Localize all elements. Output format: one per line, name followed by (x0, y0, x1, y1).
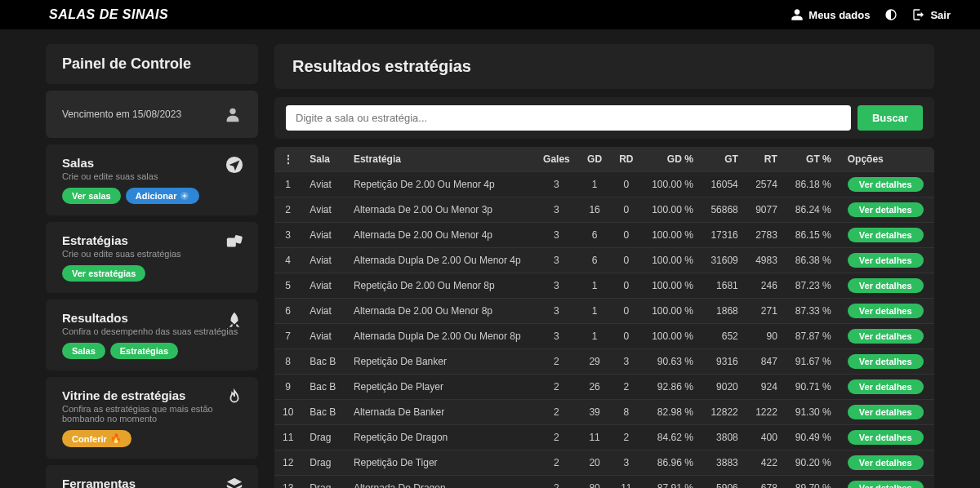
cell-rd: 0 (611, 324, 642, 349)
cell-gales: 2 (534, 476, 578, 489)
ver-detalhes-button[interactable]: Ver detalhes (848, 481, 924, 488)
cell-idx: 6 (274, 299, 301, 324)
cell-gt: 12822 (702, 400, 746, 425)
table-row: 12 Drag Repetição De Tiger 2 20 3 86.96 … (274, 450, 934, 476)
cell-gtp: 90.20 % (786, 450, 840, 476)
ver-detalhes-button[interactable]: Ver detalhes (848, 379, 924, 394)
table-row: 3 Aviat Alternada De 2.00 Ou Menor 4p 3 … (274, 223, 934, 248)
resultados-salas-button[interactable]: Salas (62, 343, 105, 359)
rocket-icon (225, 311, 243, 329)
cell-idx: 4 (274, 248, 301, 273)
adicionar-sala-button[interactable]: Adicionar (126, 188, 200, 204)
ver-detalhes-button[interactable]: Ver detalhes (848, 354, 924, 369)
ver-detalhes-button[interactable]: Ver detalhes (848, 405, 924, 419)
ver-detalhes-button[interactable]: Ver detalhes (848, 228, 924, 242)
cell-gales: 3 (534, 324, 578, 349)
cell-rd: 0 (611, 223, 642, 248)
ver-detalhes-button[interactable]: Ver detalhes (848, 202, 924, 217)
cell-gdp: 100.00 % (642, 248, 702, 273)
cell-idx: 8 (274, 349, 301, 375)
resultados-desc: Confira o desempenho das suas estratégia… (62, 326, 242, 336)
cell-gt: 3883 (702, 450, 746, 476)
search-button[interactable]: Buscar (858, 105, 923, 131)
ver-detalhes-button[interactable]: Ver detalhes (848, 329, 924, 344)
cell-rd: 0 (611, 248, 642, 273)
cell-rt: 1222 (746, 400, 786, 425)
table-row: 7 Aviat Alternada Dupla De 2.00 Ou Menor… (274, 324, 934, 349)
cell-estrategia: Alternada De Dragon (345, 476, 534, 489)
cell-gd: 16 (579, 197, 611, 223)
cell-options: Ver detalhes (840, 425, 934, 450)
cell-gd: 29 (579, 349, 611, 375)
ver-salas-button[interactable]: Ver salas (62, 188, 121, 204)
cell-sala: Bac B (301, 400, 345, 425)
col-menu[interactable]: ⋮ (274, 147, 301, 172)
cell-gd: 1 (579, 324, 611, 349)
table-row: 6 Aviat Alternada De 2.00 Ou Menor 8p 3 … (274, 299, 934, 324)
cell-options: Ver detalhes (840, 375, 934, 400)
cell-rt: 678 (746, 476, 786, 489)
table-row: 10 Bac B Alternada De Banker 2 39 8 82.9… (274, 400, 934, 425)
ver-estrategias-button[interactable]: Ver estratégias (62, 265, 145, 282)
panel-title: Painel de Controle (62, 55, 242, 73)
topbar: SALAS DE SINAIS Meus dados Sair (0, 0, 980, 29)
col-gt: GT (702, 147, 746, 172)
brand-logo: SALAS DE SINAIS (49, 7, 168, 22)
cell-idx: 11 (274, 425, 301, 450)
cell-sala: Drag (301, 450, 345, 476)
cell-rt: 2574 (746, 172, 786, 197)
cell-estrategia: Repetição De 2.00 Ou Menor 8p (345, 273, 534, 299)
cell-gdp: 100.00 % (642, 299, 702, 324)
ferramentas-title: Ferramentas (62, 477, 242, 488)
cell-options: Ver detalhes (840, 172, 934, 197)
cell-rd: 0 (611, 299, 642, 324)
cell-idx: 9 (274, 375, 301, 400)
my-data-link[interactable]: Meus dados (791, 8, 870, 21)
cell-gdp: 82.98 % (642, 400, 702, 425)
cell-gd: 6 (579, 223, 611, 248)
cell-rd: 2 (611, 375, 642, 400)
ver-detalhes-button[interactable]: Ver detalhes (848, 430, 924, 445)
cell-rt: 90 (746, 324, 786, 349)
cell-gdp: 100.00 % (642, 197, 702, 223)
cell-gales: 3 (534, 172, 578, 197)
cell-gt: 17316 (702, 223, 746, 248)
cell-gd: 80 (579, 476, 611, 489)
col-options: Opções (840, 147, 934, 172)
cell-gtp: 87.33 % (786, 299, 840, 324)
logout-link[interactable]: Sair (912, 8, 951, 21)
ver-detalhes-button[interactable]: Ver detalhes (848, 253, 924, 268)
cell-gtp: 90.71 % (786, 375, 840, 400)
cell-estrategia: Alternada De 2.00 Ou Menor 4p (345, 223, 534, 248)
theme-toggle[interactable] (884, 8, 898, 21)
cell-sala: Aviat (301, 172, 345, 197)
cell-gtp: 86.24 % (786, 197, 840, 223)
cell-gtp: 91.67 % (786, 349, 840, 375)
conferir-button[interactable]: Conferir 🔥 (62, 430, 131, 447)
cell-idx: 7 (274, 324, 301, 349)
ver-detalhes-button[interactable]: Ver detalhes (848, 455, 924, 470)
cell-gd: 26 (579, 375, 611, 400)
ver-detalhes-button[interactable]: Ver detalhes (848, 177, 924, 192)
cell-rt: 271 (746, 299, 786, 324)
cell-gales: 2 (534, 400, 578, 425)
resultados-estrategias-button[interactable]: Estratégias (110, 343, 178, 359)
ver-detalhes-button[interactable]: Ver detalhes (848, 278, 924, 293)
ver-detalhes-button[interactable]: Ver detalhes (848, 304, 924, 318)
vitrine-title: Vitrine de estratégias (62, 388, 242, 402)
col-gales: Gales (534, 147, 578, 172)
cell-estrategia: Repetição De 2.00 Ou Menor 4p (345, 172, 534, 197)
expiry-text: Vencimento em 15/08/2023 (62, 109, 181, 120)
panel-header: Painel de Controle (46, 44, 258, 84)
cell-gales: 3 (534, 197, 578, 223)
user-icon (791, 8, 804, 21)
cell-gtp: 91.30 % (786, 400, 840, 425)
search-input[interactable] (286, 105, 851, 131)
cell-sala: Aviat (301, 299, 345, 324)
cell-rt: 847 (746, 349, 786, 375)
sidebar-item-estrategias: Estratégias Crie ou edite suas estratégi… (46, 222, 258, 293)
cell-estrategia: Repetição De Player (345, 375, 534, 400)
cell-gales: 2 (534, 450, 578, 476)
cell-gdp: 100.00 % (642, 324, 702, 349)
cell-estrategia: Alternada Dupla De 2.00 Ou Menor 8p (345, 324, 534, 349)
